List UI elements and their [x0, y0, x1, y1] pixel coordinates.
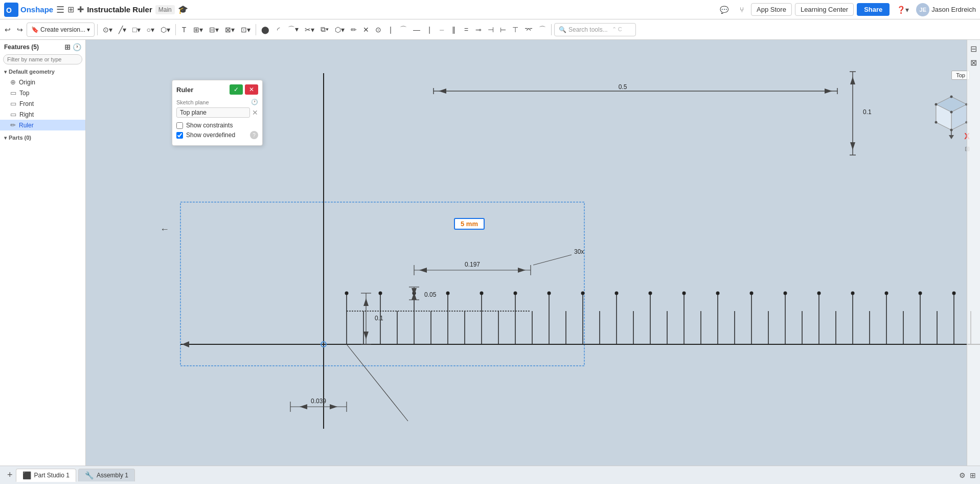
- tab-assembly[interactable]: 🔧 Assembly 1: [78, 469, 135, 481]
- arc-constraint[interactable]: ◜: [273, 22, 284, 37]
- sketch-cancel-button[interactable]: ✕: [245, 84, 258, 95]
- plane-icon-right: ▭: [10, 111, 16, 118]
- fillet-tool[interactable]: ⌒▾: [285, 22, 301, 37]
- add-feature-icon[interactable]: ✚: [77, 5, 84, 14]
- show-overdefined-checkbox[interactable]: [176, 132, 183, 139]
- viewport-cube: Top X: [924, 71, 970, 152]
- toolbar-sep-1: [97, 24, 98, 35]
- circle-constraint[interactable]: ⊙: [373, 22, 384, 37]
- sidebar-item-origin[interactable]: ⊕ Origin: [0, 77, 85, 87]
- svg-marker-83: [419, 268, 427, 273]
- offset-tool[interactable]: ⧉▾: [318, 22, 331, 37]
- help-icon[interactable]: ❓▾: [893, 4, 913, 16]
- sketch-circle-tool[interactable]: ⊙▾: [100, 22, 115, 37]
- onshape-logo[interactable]: O Onshape: [4, 3, 53, 17]
- plane-name-value: Top plane: [176, 107, 250, 118]
- show-constraints-row: Show constraints: [176, 122, 258, 129]
- svg-rect-12: [180, 202, 584, 366]
- caret-down-icon-parts: ▾: [4, 135, 7, 141]
- equal-constraint[interactable]: =: [461, 22, 472, 37]
- create-version-button[interactable]: 🔖 Create version... ▾: [27, 23, 95, 37]
- pierce-constraint[interactable]: ⊤: [510, 22, 521, 37]
- tangent-constraint[interactable]: ⌒: [397, 22, 409, 37]
- sidebar-item-top[interactable]: ▭ Top: [0, 87, 85, 98]
- toolbar-grid-icon[interactable]: ⊞: [67, 5, 74, 14]
- text-tool[interactable]: T: [178, 22, 190, 37]
- sidebar-filter-input[interactable]: [3, 54, 82, 64]
- perp-constraint[interactable]: |: [424, 22, 435, 37]
- svg-line-102: [533, 255, 572, 265]
- sidebar-item-right[interactable]: ▭ Right: [0, 109, 85, 120]
- dimension-tool[interactable]: ⊢: [497, 22, 509, 37]
- dim-30x-label: 30x: [574, 248, 584, 255]
- sym-constraint[interactable]: ⊸: [473, 22, 484, 37]
- mirror-tool[interactable]: ⊠▾: [222, 22, 237, 37]
- app-store-button[interactable]: App Store: [751, 3, 792, 16]
- transform-tool[interactable]: ⊞▾: [191, 22, 206, 37]
- project-tool[interactable]: ⬡▾: [332, 22, 347, 37]
- graduate-icon[interactable]: 🎓: [178, 5, 188, 14]
- sketch-ok-button[interactable]: ✓: [230, 84, 243, 95]
- clock-icon[interactable]: 🕐: [251, 99, 258, 105]
- dimension-input-box[interactable]: 5 mm: [454, 218, 485, 230]
- angle-constraint[interactable]: ⌒: [536, 22, 549, 37]
- help-overdefined-icon[interactable]: ?: [250, 131, 258, 139]
- chat-icon[interactable]: 💬: [716, 4, 733, 16]
- sidebar-item-front[interactable]: ▭ Front: [0, 98, 85, 109]
- svg-marker-6: [825, 89, 832, 94]
- dim-0-039-label: 0.039: [311, 398, 326, 405]
- learning-center-button[interactable]: Learning Center: [795, 3, 854, 16]
- right-panel-icon-2[interactable]: ⊠: [970, 58, 977, 68]
- point-tool[interactable]: ⬤: [259, 22, 272, 37]
- hamburger-menu[interactable]: ☰: [56, 4, 64, 15]
- tab-part-studio[interactable]: ⬛ Part Studio 1: [16, 469, 76, 482]
- sidebar-history-icon[interactable]: 🕐: [73, 43, 81, 51]
- svg-line-103: [347, 344, 408, 421]
- show-constraints-checkbox[interactable]: [176, 122, 183, 129]
- sketch-circle2-tool[interactable]: ○▾: [144, 22, 157, 37]
- sketch-pen[interactable]: ✏: [348, 22, 359, 37]
- svg-marker-99: [330, 404, 337, 409]
- 3d-cube-icon[interactable]: [933, 94, 970, 140]
- redo-btn[interactable]: ↪: [14, 22, 26, 37]
- branch-label[interactable]: Main: [155, 5, 175, 14]
- svg-marker-84: [518, 268, 526, 273]
- coincident-constraint[interactable]: ✕: [360, 22, 372, 37]
- bottom-expand-icon[interactable]: ⊞: [970, 471, 976, 479]
- svg-marker-11: [850, 142, 855, 150]
- sketch-line-tool[interactable]: ╱▾: [116, 22, 129, 37]
- sidebar-filter-icon[interactable]: ⊞: [64, 43, 71, 51]
- sketch-icon-ruler: ✏: [10, 121, 16, 129]
- midpoint-constraint[interactable]: ⌤: [522, 22, 535, 37]
- user-menu[interactable]: JE Jason Erdreich: [916, 3, 976, 16]
- svg-marker-117: [949, 135, 954, 139]
- document-title: Instructable Ruler: [87, 5, 152, 14]
- parallel-constraint[interactable]: —: [411, 22, 423, 37]
- clear-plane-button[interactable]: ✕: [252, 108, 258, 117]
- bottom-settings-icon[interactable]: ⚙: [959, 471, 966, 479]
- svg-text:O: O: [6, 6, 12, 14]
- right-panel-icon-1[interactable]: ⊟: [970, 44, 977, 54]
- sidebar-item-ruler[interactable]: ✏ Ruler: [0, 120, 85, 130]
- line-constraint[interactable]: |: [385, 22, 396, 37]
- undo-btn[interactable]: ↩: [2, 22, 13, 37]
- sketch-rect-tool[interactable]: □▾: [130, 22, 143, 37]
- show-overdefined-row: Show overdefined ?: [176, 131, 258, 139]
- fork-icon[interactable]: ⑂: [736, 4, 748, 16]
- linear-pattern-tool[interactable]: ⊡▾: [238, 22, 253, 37]
- search-tools-input[interactable]: 🔍 Search tools... ⌃ C: [554, 23, 636, 36]
- vert-constraint[interactable]: ‖: [448, 22, 460, 37]
- dim-0-197-label: 0.197: [465, 261, 480, 268]
- canvas-area[interactable]: Ruler ✓ ✕ Sketch plane 🕐 Top plane ✕: [86, 40, 980, 466]
- svg-point-65: [548, 292, 551, 295]
- trim-tool[interactable]: ✂▾: [302, 22, 317, 37]
- horiz-constraint[interactable]: ⏤: [436, 22, 447, 37]
- add-tab-button[interactable]: +: [4, 470, 16, 480]
- parts-section-label[interactable]: ▾ Parts (0): [0, 133, 85, 143]
- default-geometry-section[interactable]: ▾ Default geometry: [0, 67, 85, 77]
- sketch-more-tool[interactable]: ⬡▾: [158, 22, 173, 37]
- fix-constraint[interactable]: ⊣: [485, 22, 496, 37]
- pattern-tool[interactable]: ⊟▾: [207, 22, 221, 37]
- share-button[interactable]: Share: [857, 3, 890, 16]
- features-label: Features (5): [4, 43, 39, 51]
